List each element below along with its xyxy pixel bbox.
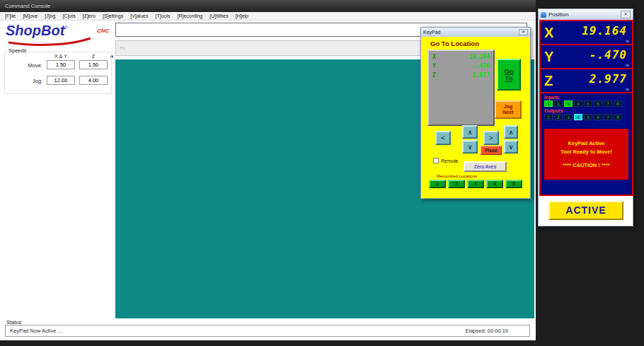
move-speed-z-field[interactable] xyxy=(79,60,108,69)
output-led-3: 3 xyxy=(564,114,573,120)
input-led-7: 7 xyxy=(604,100,612,107)
jog-next-button[interactable]: Jog Next xyxy=(495,100,522,119)
active-button[interactable]: ACTIVE xyxy=(548,201,623,220)
menu-recording[interactable]: [R]ecording xyxy=(173,13,206,18)
keypad-display-row-y: Y -.470 xyxy=(432,63,490,72)
jog-next-line1: Jog xyxy=(504,104,512,110)
remote-checkbox[interactable] xyxy=(433,158,439,163)
menu-values[interactable]: [V]alues xyxy=(127,13,151,18)
menu-zero[interactable]: [Z]ero xyxy=(79,13,99,18)
menubar: [F]ile [M]ove [J]og [C]uts [Z]ero [S]ett… xyxy=(0,12,536,21)
menu-jog[interactable]: [J]og xyxy=(41,13,59,18)
main-window-titlebar[interactable]: Command Console xyxy=(0,0,536,12)
keypad-title: KeyPad xyxy=(423,30,441,35)
goto-button[interactable]: Go To xyxy=(497,59,521,91)
menu-tools[interactable]: [T]ools xyxy=(151,13,173,18)
move-speed-xy-field[interactable] xyxy=(47,60,75,69)
input-led-8: 8 xyxy=(614,100,622,107)
status-bar: KeyPad Now Active ... Elapsed: 00:00:19 xyxy=(5,325,530,337)
message-line-1: KeyPad Active xyxy=(568,140,605,146)
elapsed-time: Elapsed: 00:00:19 xyxy=(466,328,508,334)
arrow-down-button[interactable]: ∨ xyxy=(462,140,478,154)
memorized-locations-row: 1 2 3 4 5 xyxy=(429,180,522,188)
position-title: Position xyxy=(548,11,619,18)
inputs-label: Inputs xyxy=(544,95,632,100)
keypad-y-value: -.470 xyxy=(473,63,490,72)
speeds-col-z-header: Z xyxy=(79,54,108,59)
logo-cnc-text: CNC xyxy=(97,28,109,34)
input-led-1: 1 xyxy=(544,100,553,107)
message-line-2: Tool Ready to Move! xyxy=(560,149,612,155)
keypad-display-row-z: Z 2.977 xyxy=(432,72,490,81)
keypad-z-label: Z xyxy=(432,72,436,81)
logo-brand-text: ShopBot xyxy=(6,23,64,38)
menu-file[interactable]: [F]ile xyxy=(1,13,19,18)
arrow-left-button[interactable]: < xyxy=(435,131,451,145)
menu-settings[interactable]: [S]ettings xyxy=(99,13,127,18)
y-axis-unit: in xyxy=(626,63,629,67)
desktop: Command Console [F]ile [M]ove [J]og [C]u… xyxy=(0,0,644,346)
keypad-close-icon[interactable]: ✕ xyxy=(519,29,528,35)
z-axis-label: Z xyxy=(544,73,560,89)
jog-speed-xy-field[interactable] xyxy=(47,76,75,85)
shopbot-logo: ShopBot® CNC xyxy=(6,23,113,45)
output-led-7: 7 xyxy=(604,114,612,120)
output-led-6: 6 xyxy=(594,114,602,120)
keypad-x-label: X xyxy=(432,54,436,63)
position-close-icon[interactable]: ✕ xyxy=(621,11,631,18)
keypad-x-value: 19.164 xyxy=(469,54,490,63)
caution-line: **** CAUTION ! **** xyxy=(563,162,609,168)
position-window: Position ✕ X 19.164 in Y -.470 in Z 2.97… xyxy=(538,8,633,226)
goto-button-line1: Go xyxy=(504,68,513,75)
memory-button-2[interactable]: 2 xyxy=(448,180,465,188)
x-axis-unit: in xyxy=(626,39,629,43)
menu-help[interactable]: [H]elp xyxy=(232,13,252,18)
caution-message-panel: KeyPad Active Tool Ready to Move! **** C… xyxy=(544,129,628,180)
fixed-button[interactable]: Fixed xyxy=(481,146,502,155)
z-axis-unit: in xyxy=(626,87,629,91)
move-speed-label: Move: xyxy=(17,62,42,69)
speeds-col-xy-header: X & Y xyxy=(47,54,75,59)
input-led-6: 6 xyxy=(594,100,602,107)
output-led-2: 2 xyxy=(554,114,563,120)
shopbot-swoosh-icon xyxy=(7,38,93,46)
output-led-1: 1 xyxy=(544,114,553,120)
keypad-position-display: X 19.164 Y -.470 Z 2.977 xyxy=(427,50,495,126)
goto-button-line2: To xyxy=(505,75,513,82)
memory-button-3[interactable]: 3 xyxy=(467,180,484,188)
goto-location-header: Go To Location xyxy=(430,40,479,47)
input-led-3: 3 xyxy=(564,100,573,107)
zero-axes-button[interactable]: Zero Axes xyxy=(464,161,507,172)
arrow-up-button[interactable]: ∧ xyxy=(462,125,478,139)
arrow-right-button[interactable]: > xyxy=(483,131,499,145)
memory-button-5[interactable]: 5 xyxy=(505,180,522,188)
output-led-4: 4 xyxy=(574,114,582,120)
y-axis-value: -.470 xyxy=(560,48,628,62)
jog-speed-z-field[interactable] xyxy=(79,76,108,85)
input-led-5: 5 xyxy=(584,100,592,107)
keypad-titlebar[interactable]: KeyPad ✕ xyxy=(421,28,530,37)
z-down-button[interactable]: ∨ xyxy=(504,140,518,154)
inputs-led-row: 1 2 3 4 5 6 7 8 xyxy=(544,100,632,107)
speeds-panel-title: Speeds xyxy=(7,47,28,54)
menu-move[interactable]: [M]ove xyxy=(19,13,41,18)
registered-mark: ® xyxy=(64,25,67,30)
memorized-locations-label: Memorized Locations xyxy=(437,174,477,178)
position-titlebar[interactable]: Position ✕ xyxy=(539,9,633,20)
z-axis-value: 2.977 xyxy=(560,72,628,86)
keypad-z-value: 2.977 xyxy=(473,72,490,81)
main-window-title: Command Console xyxy=(5,3,50,9)
speeds-panel: Speeds X & Y Z Move: Jog: xyxy=(4,47,112,94)
axis-row-x: X 19.164 in xyxy=(541,21,632,45)
keypad-window: KeyPad ✕ Go To Location X 19.164 Y -.470… xyxy=(420,27,531,199)
input-led-4: 4 xyxy=(574,100,582,107)
outputs-led-row: 1 2 3 4 5 6 7 8 xyxy=(544,114,632,120)
x-axis-value: 19.164 xyxy=(560,24,628,38)
input-led-2: 2 xyxy=(554,100,563,107)
output-led-8: 8 xyxy=(614,114,622,120)
memory-button-4[interactable]: 4 xyxy=(486,180,503,188)
menu-utilities[interactable]: [U]tilities xyxy=(206,13,231,18)
menu-cuts[interactable]: [C]uts xyxy=(59,13,79,18)
memory-button-1[interactable]: 1 xyxy=(429,180,446,188)
z-up-button[interactable]: ∧ xyxy=(504,125,518,139)
